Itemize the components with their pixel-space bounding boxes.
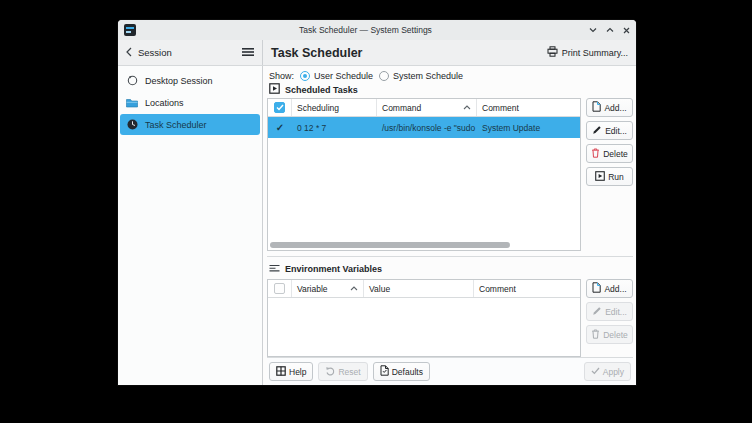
sidebar-item-locations[interactable]: Locations — [120, 92, 260, 113]
environment-variables-area: Variable Value Comment Add.. — [267, 279, 633, 357]
env-add-button[interactable]: Add... — [586, 279, 633, 298]
close-button[interactable] — [623, 27, 630, 34]
document-revert-icon — [380, 365, 389, 378]
sidebar: Desktop Session Locations Task Scheduler — [118, 66, 263, 385]
session-restore-icon — [126, 75, 138, 87]
sidebar-item-label: Task Scheduler — [145, 120, 207, 130]
defaults-button[interactable]: Defaults — [373, 362, 430, 381]
radio-user-schedule[interactable]: User Schedule — [300, 71, 373, 81]
radio-label: User Schedule — [314, 71, 373, 81]
main-header: Task Scheduler Print Summary... — [263, 40, 636, 65]
checkmark-icon — [591, 367, 600, 377]
task-scheduling-cell: 0 12 * 7 — [292, 123, 377, 133]
printer-icon — [547, 46, 558, 59]
checkbox-checked-icon — [274, 102, 285, 113]
print-summary-label: Print Summary... — [562, 48, 628, 58]
sidebar-item-label: Locations — [145, 98, 184, 108]
column-header-command[interactable]: Command — [377, 99, 477, 116]
window-title: Task Scheduler — System Settings — [142, 25, 589, 35]
task-enabled-checkmark[interactable]: ✓ — [276, 123, 284, 133]
trash-icon — [591, 148, 600, 160]
task-add-button[interactable]: Add... — [586, 98, 633, 117]
column-header-comment[interactable]: Comment — [477, 99, 580, 116]
scheduled-tasks-section-title: Scheduled Tasks — [269, 83, 633, 96]
env-table-header: Variable Value Comment — [268, 280, 580, 298]
system-settings-window: Task Scheduler — System Settings Session… — [118, 20, 636, 385]
run-box-icon — [269, 83, 280, 96]
header-row: Session Task Scheduler Print Summary... — [118, 40, 636, 66]
radio-unselected-icon — [379, 71, 389, 81]
document-new-icon — [592, 282, 601, 295]
tasks-table-header: Scheduling Command Comment — [268, 99, 580, 117]
checkbox-unchecked-icon — [274, 283, 285, 294]
scheduled-tasks-table[interactable]: Scheduling Command Comment ✓ 0 12 * 7 /u… — [267, 98, 581, 251]
main-panel: Show: User Schedule System Schedule Sche… — [263, 66, 636, 385]
column-header-comment[interactable]: Comment — [474, 280, 580, 297]
sidebar-back-label[interactable]: Session — [138, 47, 172, 58]
titlebar[interactable]: Task Scheduler — System Settings — [118, 20, 636, 40]
radio-selected-icon — [300, 71, 310, 81]
task-run-button[interactable]: Run — [586, 167, 633, 186]
footer-bar: Help Reset Defaults Apply — [267, 357, 633, 385]
sidebar-item-desktop-session[interactable]: Desktop Session — [120, 70, 260, 91]
task-delete-button[interactable]: Delete — [586, 144, 633, 163]
column-header-variable[interactable]: Variable — [292, 280, 364, 297]
system-settings-icon — [124, 24, 136, 36]
tasks-table-empty-space — [268, 138, 580, 250]
task-comment-cell: System Update — [477, 123, 580, 133]
hamburger-menu-icon[interactable] — [242, 47, 254, 59]
show-schedule-row: Show: User Schedule System Schedule — [269, 71, 633, 81]
select-all-checkbox[interactable] — [268, 99, 292, 116]
print-summary-button[interactable]: Print Summary... — [547, 46, 628, 59]
sidebar-header: Session — [118, 40, 263, 65]
maximize-button[interactable] — [606, 27, 614, 33]
horizontal-scrollbar[interactable] — [270, 242, 510, 248]
tasks-buttons: Add... Edit... Delete Run — [586, 98, 633, 251]
task-row[interactable]: ✓ 0 12 * 7 /usr/bin/konsole -e "sudo pa.… — [268, 117, 580, 138]
reset-button[interactable]: Reset — [318, 362, 367, 381]
pencil-icon — [592, 306, 602, 318]
column-header-value[interactable]: Value — [364, 280, 474, 297]
env-delete-button[interactable]: Delete — [586, 325, 633, 344]
env-table-empty-space — [268, 298, 580, 356]
trash-icon — [591, 329, 600, 341]
environment-variables-section-title: Environment Variables — [269, 261, 633, 277]
clock-icon — [126, 119, 138, 131]
apply-button[interactable]: Apply — [584, 362, 631, 381]
minimize-button[interactable] — [589, 27, 597, 33]
run-box-icon — [595, 171, 605, 183]
sort-ascending-icon — [350, 286, 358, 291]
scheduled-tasks-area: Scheduling Command Comment ✓ 0 12 * 7 /u… — [267, 98, 633, 251]
column-header-scheduling[interactable]: Scheduling — [292, 99, 377, 116]
list-icon — [269, 264, 280, 275]
desktop-background: Task Scheduler — System Settings Session… — [0, 0, 752, 423]
env-edit-button[interactable]: Edit... — [586, 302, 633, 321]
radio-system-schedule[interactable]: System Schedule — [379, 71, 463, 81]
back-button[interactable] — [126, 47, 132, 59]
document-new-icon — [592, 101, 601, 114]
show-label: Show: — [269, 71, 294, 81]
undo-icon — [325, 366, 335, 378]
radio-label: System Schedule — [393, 71, 463, 81]
page-title: Task Scheduler — [271, 46, 362, 60]
task-edit-button[interactable]: Edit... — [586, 121, 633, 140]
help-button[interactable]: Help — [269, 362, 313, 381]
task-command-cell: /usr/bin/konsole -e "sudo pa... — [377, 123, 477, 133]
sidebar-item-label: Desktop Session — [145, 76, 213, 86]
sort-ascending-icon — [463, 105, 471, 110]
environment-variables-table[interactable]: Variable Value Comment — [267, 279, 581, 357]
pencil-icon — [592, 125, 602, 137]
environment-variables-section: Environment Variables Variable — [267, 256, 633, 357]
sidebar-item-task-scheduler[interactable]: Task Scheduler — [120, 114, 260, 135]
env-buttons: Add... Edit... Delete — [586, 279, 633, 357]
env-select-all-checkbox[interactable] — [268, 280, 292, 297]
window-grid-icon — [276, 366, 286, 378]
folder-icon — [126, 97, 138, 109]
